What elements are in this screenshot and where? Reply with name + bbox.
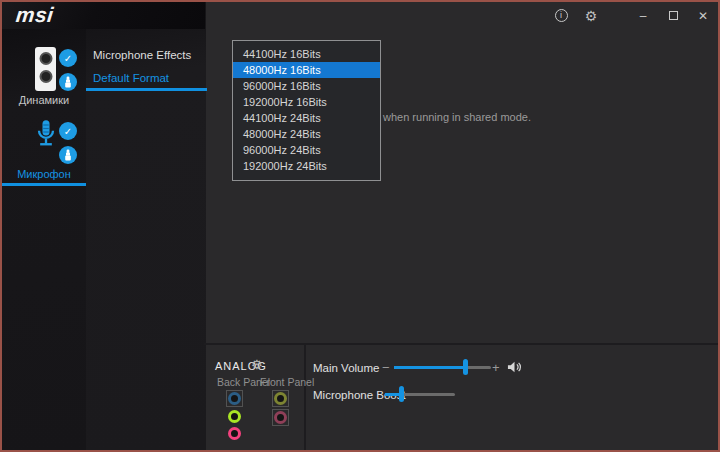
info-button[interactable]: i: [546, 2, 576, 29]
shared-mode-description: when running in shared mode.: [383, 111, 531, 123]
sample-rate-dropdown[interactable]: 44100Hz 16Bits48000Hz 16Bits96000Hz 16Bi…: [232, 40, 381, 181]
dropdown-option[interactable]: 48000Hz 16Bits: [233, 62, 380, 78]
front-line-out-jack-ring: [274, 392, 287, 405]
speakers-label: Динамики: [2, 94, 86, 106]
main-volume-fill: [394, 366, 466, 369]
main-volume-handle[interactable]: [463, 359, 468, 375]
analog-gear-icon[interactable]: ⚙: [251, 357, 263, 372]
speaker-mute-icon[interactable]: [507, 360, 522, 378]
main-volume-slider[interactable]: [394, 366, 491, 369]
device-sidebar: ✓ Динамики: [2, 2, 86, 450]
tab-microphone-effects[interactable]: Microphone Effects: [93, 49, 191, 61]
titlebar: msi: [2, 2, 205, 29]
mic-in-jack[interactable]: [228, 427, 241, 440]
msi-logo: msi: [15, 3, 55, 27]
main-volume-label: Main Volume: [313, 362, 379, 374]
microphone-label: Микрофон: [2, 168, 86, 180]
dropdown-option[interactable]: 44100Hz 24Bits: [233, 110, 380, 126]
jack-badge-icon: [59, 73, 77, 91]
dropdown-option[interactable]: 192000Hz 24Bits: [233, 158, 380, 174]
maximize-button[interactable]: [658, 2, 688, 29]
volume-decrease-button[interactable]: −: [382, 361, 390, 374]
bottom-panel-divider: [204, 343, 720, 345]
microphone-icon: [32, 118, 60, 164]
check-badge-icon: ✓: [59, 49, 77, 67]
active-tab-underline: [86, 88, 207, 91]
tab-default-format[interactable]: Default Format: [93, 72, 169, 84]
analog-section-divider: [304, 345, 306, 450]
dropdown-option[interactable]: 44100Hz 16Bits: [233, 46, 380, 62]
dropdown-option[interactable]: 96000Hz 24Bits: [233, 142, 380, 158]
dropdown-option[interactable]: 96000Hz 16Bits: [233, 78, 380, 94]
audio-console-window: Microphone Effects Default Format ✓ Дина…: [0, 0, 720, 452]
jack-badge-icon: [59, 146, 77, 164]
info-icon: i: [555, 9, 568, 22]
settings-button[interactable]: ⚙: [576, 2, 606, 29]
minimize-button[interactable]: –: [628, 2, 658, 29]
microphone-boost-slider[interactable]: [385, 393, 455, 396]
volume-increase-button[interactable]: +: [492, 361, 500, 374]
front-mic-jack-ring: [274, 411, 287, 424]
maximize-icon: [669, 11, 678, 20]
gear-icon: ⚙: [585, 8, 598, 24]
tab-column: Microphone Effects Default Format: [86, 2, 206, 450]
active-device-underline: [2, 183, 86, 186]
sidebar-item-speakers[interactable]: ✓ Динамики: [2, 44, 86, 109]
front-mic-jack[interactable]: [272, 409, 289, 426]
sidebar-item-microphone[interactable]: ✓ Микрофон: [2, 114, 86, 184]
dropdown-option[interactable]: 192000Hz 16Bits: [233, 94, 380, 110]
line-in-jack-ring: [228, 392, 241, 405]
dropdown-option[interactable]: 48000Hz 24Bits: [233, 126, 380, 142]
check-badge-icon: ✓: [59, 122, 77, 140]
close-button[interactable]: ✕: [688, 2, 718, 29]
front-panel-label: Front Panel: [260, 376, 314, 388]
microphone-boost-handle[interactable]: [399, 386, 404, 402]
line-in-jack[interactable]: [226, 390, 243, 407]
speaker-icon: [35, 47, 56, 91]
front-line-out-jack[interactable]: [272, 390, 289, 407]
line-out-jack[interactable]: [228, 410, 241, 423]
